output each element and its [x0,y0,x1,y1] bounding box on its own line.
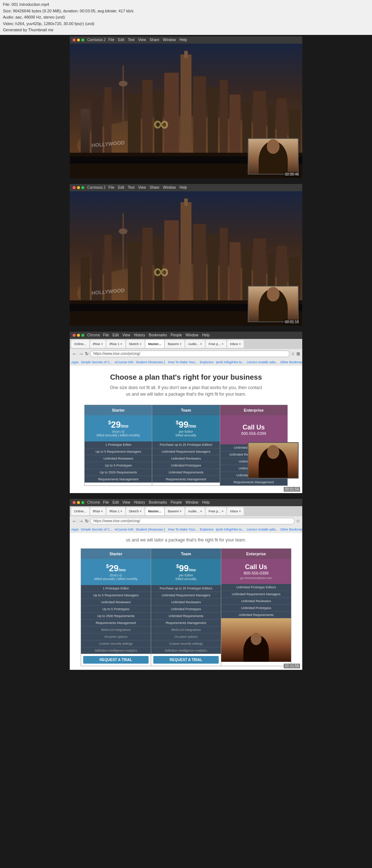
tab-audie[interactable]: Audie... × [185,340,205,348]
menu-window-2[interactable]: Window [163,185,176,189]
menu-history-3[interactable]: History [134,333,145,337]
menu-share-1[interactable]: Share [150,38,159,42]
extensions-icon[interactable]: ⊞ [296,351,300,356]
menu-view-3[interactable]: View [122,333,130,337]
menu-text-2[interactable]: Text [128,185,134,189]
bookmark-7[interactable]: Lenovo Installs adw... [247,360,278,364]
bookmark4-1[interactable]: Simple Secrets of C... [81,528,113,531]
menu-window-4[interactable]: Window [186,500,199,504]
tab-freep[interactable]: Free p... × [206,340,226,348]
bookmark-2[interactable]: eCourse-Info [115,360,134,364]
cta-btn-starter-4[interactable]: REQUEST A TRIAL [83,656,149,664]
tab4-irise[interactable]: iRise × [90,507,106,515]
menu-help-3[interactable]: Help [202,333,210,337]
menu-file-3[interactable]: File [103,333,109,337]
star-icon[interactable]: ☆ [291,351,295,356]
cityscape-1: HOLLYWOOD ∞ 00:00:46 [70,44,302,178]
bookmark-6[interactable]: Ipmb Infog/Hire to... [216,360,244,364]
feature4-starter-5: Up to 2500 Requirements [81,613,151,620]
tab4-freep[interactable]: Free p... × [206,507,226,515]
menu-view-2[interactable]: View [138,185,146,189]
menu-help-2[interactable]: Help [179,185,187,189]
bookmark4-other[interactable]: Other Bookmarks [280,528,302,531]
url-bar-3[interactable]: https://www.irise.com/pricing/ [90,351,290,357]
menu-edit-2[interactable]: Edit [118,185,124,189]
tab-master[interactable]: Master... [145,340,164,348]
menu-edit-3[interactable]: Edit [113,333,119,337]
tab4-audie[interactable]: Audie... × [185,507,205,515]
forward-icon-4[interactable]: → [78,518,84,524]
bookmark-4[interactable]: How To Make Your... [168,360,198,364]
menu-help-1[interactable]: Help [179,38,187,42]
bookmark-5[interactable]: Explorers [200,360,214,364]
tab-basemi[interactable]: Basemi × [165,340,185,348]
bookmark-1[interactable]: Simple Secrets of C... [81,360,113,364]
call-number-3: 800-556-0399 [241,431,266,436]
menu-window-1[interactable]: Window [163,38,176,42]
close-button-2[interactable] [73,186,76,189]
menu-help-4[interactable]: Help [202,500,210,504]
bookmark4-4[interactable]: How To Make Your... [168,528,198,531]
tab-inbox[interactable]: Inbox × [227,340,244,348]
price-per-editor-3: per Editor [154,430,217,433]
menu-text-1[interactable]: Text [128,38,134,42]
webcam-1 [248,138,299,175]
minimize-button-2[interactable] [77,186,80,189]
menu-edit-4[interactable]: Edit [113,500,119,504]
back-icon-4[interactable]: ← [72,518,77,524]
close-button-1[interactable] [73,39,76,41]
close-button-3[interactable] [73,334,76,337]
tab-sketch[interactable]: Sketch × [126,340,145,348]
bookmark4-2[interactable]: eCourse-Info [115,528,134,531]
bookmark-apps[interactable]: Apps [71,360,79,364]
minimize-button-4[interactable] [77,501,80,504]
menu-file-2[interactable]: File [109,185,114,189]
menu-history-4[interactable]: History [134,500,145,504]
bookmark4-6[interactable]: Ipmb Infog/Hire to... [216,528,244,531]
tab-irise1[interactable]: iRise 1 × [106,340,125,348]
bookmark4-apps[interactable]: Apps [71,528,79,531]
maximize-button-2[interactable] [81,186,84,189]
star-icon-4[interactable]: ☆ [296,519,300,524]
tab4-master[interactable]: Master... [145,507,164,515]
close-button-4[interactable] [73,501,76,504]
maximize-button-1[interactable] [81,39,84,41]
bookmark4-3[interactable]: Student Showcase [. [136,528,166,531]
menu-view-1[interactable]: View [138,38,146,42]
feature4-starter-8: On-prem options [81,633,151,640]
url-bar-4[interactable]: https://www.irise.com/pricing/ [90,518,295,524]
tab4-inbox[interactable]: Inbox × [227,507,244,515]
forward-icon[interactable]: → [78,351,84,357]
cta-btn-team-4[interactable]: REQUEST A TRIAL [153,656,219,664]
back-icon[interactable]: ← [72,351,77,357]
menu-file-1[interactable]: File [109,38,114,42]
minimize-button-3[interactable] [77,334,80,337]
tab-online[interactable]: Online... [71,340,89,348]
menu-view-4[interactable]: View [122,500,130,504]
tab-irise[interactable]: iRise × [90,340,106,348]
maximize-button-4[interactable] [81,501,84,504]
bookmark-3[interactable]: Student Showcase [. [136,360,166,364]
tab4-irise1[interactable]: iRise 1 × [106,507,125,515]
tab4-basemi[interactable]: Basemi × [165,507,185,515]
reload-icon-4[interactable]: ↻ [85,519,89,524]
menu-edit-1[interactable]: Edit [118,38,124,42]
menu-people-3[interactable]: People [171,333,182,337]
bookmark-other[interactable]: Other Bookmarks [280,360,302,364]
bookmark4-7[interactable]: Lenovo Installs adw... [247,528,278,531]
plan-features-team-4: Purchase up to 25 Prototype Editors Unli… [151,585,221,654]
menu-window-3[interactable]: Window [186,333,199,337]
menu-bookmarks-3[interactable]: Bookmarks [149,333,167,337]
timestamp-4: 00:01:56 [284,664,300,668]
maximize-button-3[interactable] [81,334,84,337]
tab4-sketch[interactable]: Sketch × [126,507,145,515]
reload-icon[interactable]: ↻ [85,351,89,356]
menu-file-4[interactable]: File [103,500,109,504]
tab4-online[interactable]: Online... [71,507,89,515]
bookmark4-5[interactable]: Explorers [200,528,214,531]
menu-share-2[interactable]: Share [150,185,159,189]
menu-people-4[interactable]: People [171,500,182,504]
minimize-button-1[interactable] [77,39,80,41]
plan-header-team-3: Team [152,405,219,415]
menu-bookmarks-4[interactable]: Bookmarks [149,500,167,504]
